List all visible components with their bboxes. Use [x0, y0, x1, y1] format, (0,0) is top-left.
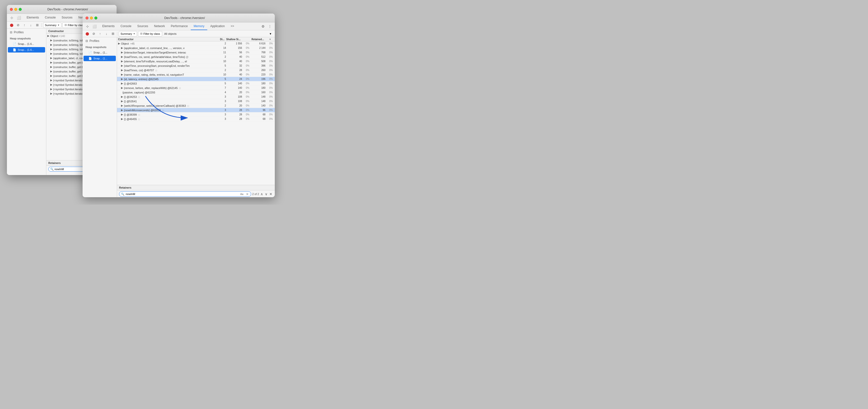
summary-dropdown-1[interactable]: Summary ▼ — [43, 23, 61, 28]
table-row-highlighted[interactable]: ▶ {id, latency, entries} @62345 5 24 0% … — [117, 77, 275, 81]
table-row[interactable]: ▶ Object ×45 2 1 556 0% 6 616 0% — [117, 41, 275, 46]
more-icon-2[interactable]: ⋮ — [267, 23, 273, 29]
table-row[interactable]: ▶ {name, value, rating, delta, entries, … — [117, 72, 275, 77]
traffic-lights-2[interactable] — [86, 17, 97, 20]
sidebar-item-snap2-1[interactable]: 📄 Snap... (1.6... — [8, 47, 45, 53]
constructor-table-2[interactable]: ▶ Object ×45 2 1 556 0% 6 616 0% ▶ {appl… — [117, 41, 275, 185]
col-retained: 148 — [250, 95, 267, 98]
tab-sources-2[interactable]: Sources — [134, 23, 151, 30]
table-row[interactable]: ▶ {loadTimes, csi} @49707 □ 2 28 0% 260 … — [117, 68, 275, 72]
search-input-2[interactable] — [119, 191, 251, 197]
minimize-button-1[interactable] — [14, 8, 17, 11]
close-button-1[interactable] — [10, 8, 13, 11]
sidebar-item-snap2-2[interactable]: 📄 Snap... (1... — [84, 56, 116, 61]
col-retained: 196 — [250, 78, 267, 80]
window-title-1: DevTools - chrome://version/ — [22, 7, 114, 11]
tab-performance-2[interactable]: Performance — [168, 23, 191, 30]
search-prev-button[interactable]: ∧ — [260, 192, 264, 196]
device-icon[interactable]: ⬜ — [16, 15, 22, 21]
inspect-icon[interactable]: ⊹ — [9, 15, 15, 21]
maximize-button-1[interactable] — [19, 8, 22, 11]
table-row[interactable]: ▶ {} @53541 3 108 0% 148 0% — [117, 99, 275, 104]
sidebar-item-snap1-2[interactable]: 📄 Snap... (1... — [84, 50, 116, 55]
table-row[interactable]: ▶ {application_label, cl, command_line, … — [117, 46, 275, 50]
table-row[interactable]: ▶ {} @34253 □ 3 108 0% 148 0% — [117, 95, 275, 99]
col-shallow: 20 — [227, 104, 243, 107]
search-next-button[interactable]: ∨ — [265, 192, 268, 196]
cancel-button-2[interactable]: ⊘ — [91, 31, 96, 36]
profiles-label-2: Profiles — [89, 39, 99, 42]
tree-arrow-icon: ▶ — [50, 79, 53, 82]
clear-button-2[interactable]: ⊞ — [110, 31, 116, 36]
tab-application-2[interactable]: Application — [207, 23, 228, 30]
upload-button-1[interactable]: ↑ — [22, 23, 27, 28]
close-search-button[interactable]: ✕ — [269, 192, 273, 196]
tab-console-1[interactable]: Console — [42, 14, 59, 22]
row-text: {} @38399 □ — [124, 113, 218, 116]
snap1-label-2: Snap... (1... — [93, 51, 107, 54]
download-button-2[interactable]: ↓ — [104, 31, 109, 36]
minimize-button-2[interactable] — [90, 17, 93, 20]
dropdown-chevron-2[interactable]: ▼ — [268, 32, 273, 35]
tab-elements-1[interactable]: Elements — [24, 14, 42, 22]
window-title-2: DevTools - chrome://version/ — [97, 16, 272, 20]
table-row[interactable]: ▶ {webUIResponse, webUIListenerCallback}… — [117, 104, 275, 108]
table-row[interactable]: ▶ {startTime, processingStart, processin… — [117, 64, 275, 68]
table-row[interactable]: {passive, capture} @62293 4 20 0% 160 0% — [117, 90, 275, 95]
tab-network-2[interactable]: Network — [151, 23, 168, 30]
tab-elements-2[interactable]: Elements — [99, 23, 118, 30]
tab-sources-1[interactable]: Sources — [59, 14, 75, 22]
download-button-1[interactable]: ↓ — [28, 23, 33, 28]
table-row-selected[interactable]: ▶ {nowInMicroseconds} @62039 □ 3 28 0% 9… — [117, 108, 275, 112]
clear-search-icon[interactable]: ✕ — [246, 192, 249, 196]
traffic-lights-1[interactable] — [10, 8, 22, 11]
col-rpct: 0% — [267, 82, 274, 85]
col-shallow: 28 — [227, 113, 243, 116]
tree-arrow-icon: ▶ — [47, 34, 50, 37]
col-shallow: 40 — [227, 56, 243, 58]
filter-by-class-2[interactable]: ⊟ Filter by class — [138, 31, 162, 36]
case-sensitive-button[interactable]: Aa — [240, 193, 244, 196]
upload-button-2[interactable]: ↑ — [97, 31, 103, 36]
clear-button-1[interactable]: ⊞ — [34, 23, 40, 28]
col-shallow: 28 — [227, 69, 243, 71]
snapshot-icon-1b: 📄 — [13, 48, 16, 52]
summary-dropdown-2[interactable]: Summary ▼ — [119, 31, 137, 36]
tree-arrow-icon: ▶ — [50, 61, 53, 64]
titlebar-2: DevTools - chrome://version/ — [83, 13, 275, 23]
row-text: {application_label, cl, command_line, ..… — [124, 47, 218, 50]
col-rpct: 0% — [267, 91, 274, 94]
col-retained: 768 — [250, 51, 267, 54]
table-row[interactable]: ▶ {element, timeToFirstByte, resourceLoa… — [117, 59, 275, 64]
table-row[interactable]: ▶ {interactionTarget, interactionTargetE… — [117, 50, 275, 55]
stop-button-2[interactable]: ⬤ — [85, 31, 90, 36]
tab-more-2[interactable]: >> — [228, 23, 237, 30]
row-text: {element, timeToFirstByte, resourceLoadD… — [124, 60, 218, 63]
sidebar-filter-icon: ⊟ — [10, 31, 12, 34]
col-dist: 2 — [218, 104, 227, 107]
tree-arrow-icon: ▶ — [50, 56, 53, 60]
table-row[interactable]: ▶ {remove, before, after, replaceWith} @… — [117, 86, 275, 90]
device-icon-2[interactable]: ⬜ — [91, 23, 97, 29]
close-button-2[interactable] — [86, 17, 89, 20]
tab-memory-2[interactable]: Memory — [191, 23, 207, 30]
col-dist: 5 — [218, 78, 227, 80]
table-row[interactable]: ▶ {loadTimes, csi, send, getVariableValu… — [117, 55, 275, 59]
tab-console-2[interactable]: Console — [118, 23, 134, 30]
col-dist: 3 — [218, 95, 227, 98]
table-row[interactable]: ▶ {} @46455 □ 3 28 0% 68 0% — [117, 117, 275, 121]
table-row[interactable]: ▶ {} @42663 5 140 0% 180 0% — [117, 81, 275, 86]
inspect-icon-2[interactable]: ⊹ — [85, 23, 90, 29]
col-rpct: 0% — [267, 60, 274, 63]
settings-icon-2[interactable]: ⚙ — [260, 23, 266, 29]
cancel-button-1[interactable]: ⊘ — [15, 23, 21, 28]
row-text: {passive, capture} @62293 — [121, 91, 218, 94]
col-retained: 68 — [250, 113, 267, 116]
sidebar-item-snap1-1[interactable]: 📄 Snap... (1.6... — [8, 41, 45, 47]
col-dist: 5 — [218, 82, 227, 85]
table-row[interactable]: ▶ {} @38399 □ 3 28 0% 68 0% — [117, 112, 275, 117]
col-spct: 0% — [243, 95, 250, 98]
col-dist: 11 — [218, 51, 227, 54]
stop-button-1[interactable]: ⬤ — [9, 23, 14, 28]
maximize-button-2[interactable] — [94, 17, 97, 20]
